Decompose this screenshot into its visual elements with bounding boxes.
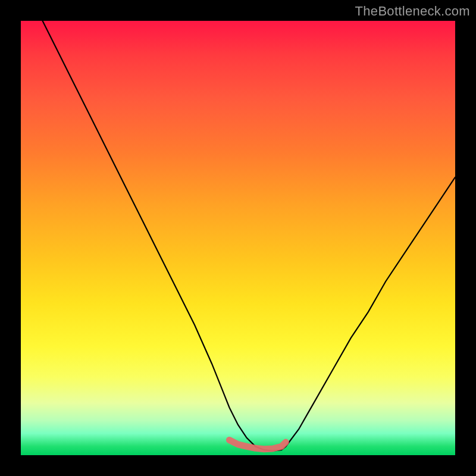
watermark-text: TheBottleneck.com bbox=[355, 4, 470, 19]
chart-frame: TheBottleneck.com bbox=[0, 0, 476, 476]
chart-gradient-bg bbox=[21, 21, 455, 455]
